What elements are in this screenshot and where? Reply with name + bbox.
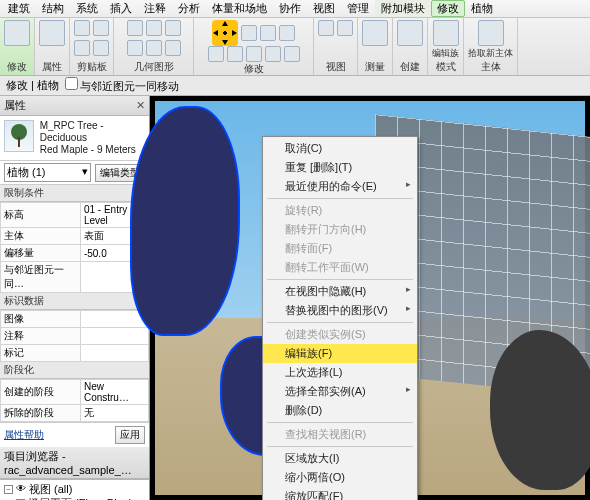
ribbon-group-mode: 编辑族 模式: [428, 18, 464, 75]
measure-icon[interactable]: [362, 20, 388, 46]
pin-icon[interactable]: [284, 46, 300, 62]
modify-tool-label: 修改: [7, 60, 27, 74]
ribbon-group-select: 修改: [0, 18, 35, 75]
override-icon[interactable]: [337, 20, 353, 36]
menu-addins[interactable]: 附加模块: [375, 0, 431, 17]
ribbon-group-geometry: 几何图形: [114, 18, 194, 75]
context-menu-item[interactable]: 上次选择(L): [263, 363, 417, 382]
offset-icon[interactable]: [208, 46, 224, 62]
menu-plants[interactable]: 植物: [465, 0, 499, 17]
create-label: 创建: [400, 60, 420, 74]
context-menu-item[interactable]: 取消(C): [263, 139, 417, 158]
chevron-down-icon: ▾: [82, 165, 88, 180]
context-menu-item: 翻转面(F): [263, 239, 417, 258]
context-menu-separator: [267, 279, 413, 280]
cope-icon[interactable]: [127, 20, 143, 36]
category-dropdown[interactable]: 植物 (1)▾: [4, 163, 91, 182]
type-selector[interactable]: M_RPC Tree - Deciduous Red Maple - 9 Met…: [0, 116, 149, 161]
context-menu-item[interactable]: 缩放匹配(F): [263, 487, 417, 500]
context-menu-item[interactable]: 选择全部实例(A): [263, 382, 417, 401]
collapse-icon[interactable]: −: [4, 485, 13, 494]
context-menu-item: 查找相关视图(R): [263, 425, 417, 444]
array-icon[interactable]: [227, 46, 243, 62]
menu-analyze[interactable]: 分析: [172, 0, 206, 17]
menu-struct[interactable]: 结构: [36, 0, 70, 17]
context-menu-item[interactable]: 编辑族(F): [263, 344, 417, 363]
section-constraints[interactable]: 限制条件: [0, 185, 149, 202]
section-identity[interactable]: 标识数据: [0, 293, 149, 310]
context-menu-item: 翻转工作平面(W): [263, 258, 417, 277]
menu-view[interactable]: 视图: [307, 0, 341, 17]
project-browser-title: 项目浏览器 - rac_advanced_sample_…: [4, 449, 145, 476]
left-panels: 属性 ✕ M_RPC Tree - Deciduous Red Maple - …: [0, 96, 150, 500]
host-label: 主体: [481, 60, 501, 74]
cutgeo-icon[interactable]: [146, 20, 162, 36]
context-menu-item: 创建类似实例(S): [263, 325, 417, 344]
align-icon[interactable]: [265, 46, 281, 62]
type-name: M_RPC Tree - Deciduous Red Maple - 9 Met…: [40, 120, 145, 156]
type-thumbnail: [4, 120, 34, 152]
context-menu-item[interactable]: 替换视图中的图形(V): [263, 301, 417, 320]
menu-annotate[interactable]: 注释: [138, 0, 172, 17]
scale-icon[interactable]: [246, 46, 262, 62]
copy-icon[interactable]: [74, 40, 90, 56]
paste-icon[interactable]: [74, 20, 90, 36]
ribbon-group-host: 拾取新主体 主体: [464, 18, 518, 75]
modify-label: 修改: [244, 62, 264, 76]
properties-help-link[interactable]: 属性帮助: [4, 428, 44, 442]
match-icon[interactable]: [93, 40, 109, 56]
hide-icon[interactable]: [318, 20, 334, 36]
close-icon[interactable]: ✕: [136, 99, 145, 112]
edit-family-icon[interactable]: [433, 20, 459, 46]
section-phasing[interactable]: 阶段化: [0, 362, 149, 379]
phase-created-value[interactable]: New Constru…: [80, 380, 148, 405]
selected-tree-1[interactable]: [130, 106, 240, 336]
modify-tool-icon[interactable]: [4, 20, 30, 46]
svg-marker-2: [213, 30, 218, 36]
cut-icon[interactable]: [93, 20, 109, 36]
menu-manage[interactable]: 管理: [341, 0, 375, 17]
trim-icon[interactable]: [279, 25, 295, 41]
menu-insert[interactable]: 插入: [104, 0, 138, 17]
properties-icon[interactable]: [39, 20, 65, 46]
context-menu-item[interactable]: 删除(D): [263, 401, 417, 420]
move-icon[interactable]: [212, 20, 238, 46]
menu-modify[interactable]: 修改: [431, 0, 465, 17]
menu-systems[interactable]: 系统: [70, 0, 104, 17]
context-menu-item[interactable]: 在视图中隐藏(H): [263, 282, 417, 301]
table-row: 注释: [1, 328, 149, 345]
menu-collab[interactable]: 协作: [273, 0, 307, 17]
mark-value[interactable]: [80, 345, 148, 362]
apply-button[interactable]: 应用: [115, 426, 145, 444]
demolish-icon[interactable]: [165, 40, 181, 56]
mirror-icon[interactable]: [260, 25, 276, 41]
svg-marker-0: [222, 21, 228, 26]
context-menu-item[interactable]: 重复 [删除](T): [263, 158, 417, 177]
ribbon-group-create: 创建: [393, 18, 428, 75]
context-menu-item[interactable]: 区域放大(I): [263, 449, 417, 468]
move-with-nearby-checkbox[interactable]: 与邻近图元一同移动: [65, 77, 179, 94]
project-browser-header[interactable]: 项目浏览器 - rac_advanced_sample_…: [0, 447, 149, 479]
menu-massing[interactable]: 体量和场地: [206, 0, 273, 17]
phase-demolished-value[interactable]: 无: [80, 405, 148, 422]
split-icon[interactable]: [127, 40, 143, 56]
context-menu-item[interactable]: 最近使用的命令(E): [263, 177, 417, 196]
rotate-icon[interactable]: [241, 25, 257, 41]
pick-host-icon[interactable]: [478, 20, 504, 46]
table-row: 标记: [1, 345, 149, 362]
tree-root-views[interactable]: −👁 视图 (all): [2, 482, 147, 496]
ribbon-group-props: 属性: [35, 18, 70, 75]
wall-icon[interactable]: [146, 40, 162, 56]
comments-value[interactable]: [80, 328, 148, 345]
options-bar: 修改 | 植物 与邻近图元一同移动: [0, 76, 590, 96]
context-menu-item[interactable]: 缩小两倍(O): [263, 468, 417, 487]
menu-arch[interactable]: 建筑: [2, 0, 36, 17]
svg-marker-1: [222, 40, 228, 45]
category-dropdown-value: 植物 (1): [7, 165, 46, 180]
table-row: 标高01 - Entry Level: [1, 203, 149, 228]
properties-panel-header[interactable]: 属性 ✕: [0, 96, 149, 116]
tree-item-floorplan[interactable]: +楼层平面 (Floor Plan): [2, 496, 147, 500]
create-icon[interactable]: [397, 20, 423, 46]
pick-host-label: 拾取新主体: [468, 47, 513, 60]
join-icon[interactable]: [165, 20, 181, 36]
